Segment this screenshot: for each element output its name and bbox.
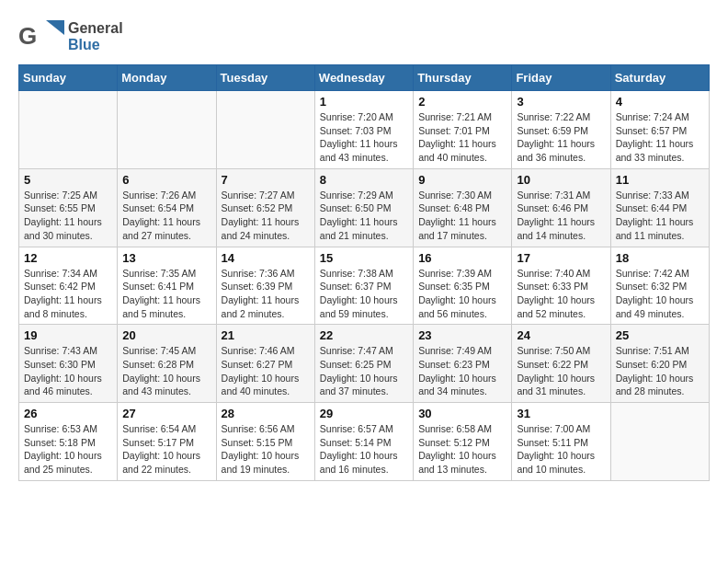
day-number: 15	[320, 251, 408, 265]
day-number: 16	[418, 251, 506, 265]
day-number: 21	[222, 328, 310, 342]
day-info: Sunrise: 6:53 AMSunset: 5:18 PMDaylight:…	[24, 422, 112, 477]
calendar-day-cell: 6Sunrise: 7:26 AMSunset: 6:54 PMDaylight…	[118, 168, 216, 247]
day-number: 9	[418, 173, 506, 187]
day-info: Sunrise: 6:56 AMSunset: 5:15 PMDaylight:…	[222, 422, 310, 477]
day-number: 4	[616, 95, 704, 109]
calendar-day-cell: 4Sunrise: 7:24 AMSunset: 6:57 PMDaylight…	[610, 91, 709, 169]
calendar-day-cell: 13Sunrise: 7:35 AMSunset: 6:41 PMDayligh…	[118, 247, 216, 325]
day-number: 26	[24, 407, 112, 420]
day-number: 19	[24, 328, 112, 342]
calendar-day-cell: 10Sunrise: 7:31 AMSunset: 6:46 PMDayligh…	[512, 168, 610, 247]
day-number: 20	[122, 328, 210, 342]
day-info: Sunrise: 7:27 AMSunset: 6:52 PMDaylight:…	[222, 189, 310, 243]
calendar-day-cell: 8Sunrise: 7:29 AMSunset: 6:50 PMDaylight…	[314, 168, 413, 247]
svg-marker-1	[46, 20, 64, 35]
day-of-week-header: Saturday	[610, 65, 709, 91]
calendar-day-cell: 9Sunrise: 7:30 AMSunset: 6:48 PMDaylight…	[414, 168, 512, 247]
calendar-day-cell	[118, 91, 216, 169]
day-info: Sunrise: 7:34 AMSunset: 6:42 PMDaylight:…	[24, 267, 112, 321]
day-info: Sunrise: 7:49 AMSunset: 6:23 PMDaylight:…	[418, 344, 506, 398]
day-info: Sunrise: 6:54 AMSunset: 5:17 PMDaylight:…	[122, 422, 210, 477]
day-number: 23	[418, 328, 506, 342]
day-info: Sunrise: 6:58 AMSunset: 5:12 PMDaylight:…	[418, 422, 506, 477]
day-of-week-header: Sunday	[19, 65, 118, 91]
day-number: 11	[616, 173, 704, 187]
day-number: 13	[122, 251, 210, 265]
day-info: Sunrise: 7:30 AMSunset: 6:48 PMDaylight:…	[418, 189, 506, 243]
day-info: Sunrise: 7:31 AMSunset: 6:46 PMDaylight:…	[517, 189, 605, 243]
day-info: Sunrise: 7:24 AMSunset: 6:57 PMDaylight:…	[616, 110, 704, 165]
day-of-week-header: Tuesday	[216, 65, 314, 91]
calendar-day-cell: 3Sunrise: 7:22 AMSunset: 6:59 PMDaylight…	[512, 91, 610, 169]
day-number: 3	[517, 95, 605, 109]
calendar-day-cell: 15Sunrise: 7:38 AMSunset: 6:37 PMDayligh…	[314, 247, 413, 325]
day-number: 22	[320, 328, 408, 342]
day-info: Sunrise: 7:36 AMSunset: 6:39 PMDaylight:…	[222, 267, 310, 321]
day-info: Sunrise: 7:26 AMSunset: 6:54 PMDaylight:…	[122, 189, 210, 243]
day-of-week-header: Wednesday	[314, 65, 413, 91]
day-info: Sunrise: 6:57 AMSunset: 5:14 PMDaylight:…	[320, 422, 408, 477]
calendar-week-row: 26Sunrise: 6:53 AMSunset: 5:18 PMDayligh…	[19, 403, 710, 481]
calendar-day-cell: 27Sunrise: 6:54 AMSunset: 5:17 PMDayligh…	[118, 403, 216, 481]
calendar-week-row: 12Sunrise: 7:34 AMSunset: 6:42 PMDayligh…	[19, 247, 710, 325]
day-number: 18	[616, 251, 704, 265]
day-info: Sunrise: 7:29 AMSunset: 6:50 PMDaylight:…	[320, 189, 408, 243]
calendar-day-cell: 29Sunrise: 6:57 AMSunset: 5:14 PMDayligh…	[314, 403, 413, 481]
calendar-day-cell: 14Sunrise: 7:36 AMSunset: 6:39 PMDayligh…	[216, 247, 314, 325]
calendar-day-cell: 26Sunrise: 6:53 AMSunset: 5:18 PMDayligh…	[19, 403, 118, 481]
day-number: 8	[320, 173, 408, 187]
day-number: 12	[24, 251, 112, 265]
calendar-day-cell: 1Sunrise: 7:20 AMSunset: 7:03 PMDaylight…	[314, 91, 413, 169]
calendar-header-row: SundayMondayTuesdayWednesdayThursdayFrid…	[19, 65, 710, 91]
calendar-day-cell: 7Sunrise: 7:27 AMSunset: 6:52 PMDaylight…	[216, 168, 314, 247]
logo-general: General	[68, 20, 123, 37]
day-number: 1	[320, 95, 408, 109]
day-info: Sunrise: 7:25 AMSunset: 6:55 PMDaylight:…	[24, 189, 112, 243]
calendar-week-row: 1Sunrise: 7:20 AMSunset: 7:03 PMDaylight…	[19, 91, 710, 169]
calendar-day-cell: 23Sunrise: 7:49 AMSunset: 6:23 PMDayligh…	[414, 325, 512, 403]
calendar-day-cell	[19, 91, 118, 169]
day-info: Sunrise: 7:38 AMSunset: 6:37 PMDaylight:…	[320, 267, 408, 321]
svg-text:G: G	[18, 22, 37, 50]
day-info: Sunrise: 7:40 AMSunset: 6:33 PMDaylight:…	[517, 267, 605, 321]
day-number: 10	[517, 173, 605, 187]
day-info: Sunrise: 7:51 AMSunset: 6:20 PMDaylight:…	[616, 344, 704, 398]
day-info: Sunrise: 7:42 AMSunset: 6:32 PMDaylight:…	[616, 267, 704, 321]
calendar-day-cell: 30Sunrise: 6:58 AMSunset: 5:12 PMDayligh…	[414, 403, 512, 481]
day-info: Sunrise: 7:39 AMSunset: 6:35 PMDaylight:…	[418, 267, 506, 321]
calendar-week-row: 5Sunrise: 7:25 AMSunset: 6:55 PMDaylight…	[19, 168, 710, 247]
calendar-day-cell	[216, 91, 314, 169]
day-number: 31	[517, 407, 605, 420]
day-info: Sunrise: 7:46 AMSunset: 6:27 PMDaylight:…	[222, 344, 310, 398]
day-info: Sunrise: 7:20 AMSunset: 7:03 PMDaylight:…	[320, 110, 408, 165]
day-info: Sunrise: 7:00 AMSunset: 5:11 PMDaylight:…	[517, 422, 605, 477]
day-number: 2	[418, 95, 506, 109]
day-number: 27	[122, 407, 210, 420]
calendar-day-cell: 22Sunrise: 7:47 AMSunset: 6:25 PMDayligh…	[314, 325, 413, 403]
day-info: Sunrise: 7:35 AMSunset: 6:41 PMDaylight:…	[122, 267, 210, 321]
day-info: Sunrise: 7:45 AMSunset: 6:28 PMDaylight:…	[122, 344, 210, 398]
day-number: 25	[616, 328, 704, 342]
day-info: Sunrise: 7:21 AMSunset: 7:01 PMDaylight:…	[418, 110, 506, 165]
calendar-day-cell: 2Sunrise: 7:21 AMSunset: 7:01 PMDaylight…	[414, 91, 512, 169]
day-number: 14	[222, 251, 310, 265]
day-info: Sunrise: 7:33 AMSunset: 6:44 PMDaylight:…	[616, 189, 704, 243]
calendar-day-cell: 28Sunrise: 6:56 AMSunset: 5:15 PMDayligh…	[216, 403, 314, 481]
calendar-day-cell: 19Sunrise: 7:43 AMSunset: 6:30 PMDayligh…	[19, 325, 118, 403]
page-header: G General Blue	[18, 18, 710, 55]
day-number: 6	[122, 173, 210, 187]
calendar-week-row: 19Sunrise: 7:43 AMSunset: 6:30 PMDayligh…	[19, 325, 710, 403]
calendar-table: SundayMondayTuesdayWednesdayThursdayFrid…	[18, 64, 710, 481]
day-info: Sunrise: 7:43 AMSunset: 6:30 PMDaylight:…	[24, 344, 112, 398]
logo: G General Blue	[18, 18, 123, 55]
day-number: 30	[418, 407, 506, 420]
day-number: 7	[222, 173, 310, 187]
calendar-day-cell: 12Sunrise: 7:34 AMSunset: 6:42 PMDayligh…	[19, 247, 118, 325]
day-number: 24	[517, 328, 605, 342]
day-number: 29	[320, 407, 408, 420]
calendar-day-cell: 25Sunrise: 7:51 AMSunset: 6:20 PMDayligh…	[610, 325, 709, 403]
calendar-day-cell: 18Sunrise: 7:42 AMSunset: 6:32 PMDayligh…	[610, 247, 709, 325]
calendar-day-cell: 11Sunrise: 7:33 AMSunset: 6:44 PMDayligh…	[610, 168, 709, 247]
calendar-day-cell: 24Sunrise: 7:50 AMSunset: 6:22 PMDayligh…	[512, 325, 610, 403]
